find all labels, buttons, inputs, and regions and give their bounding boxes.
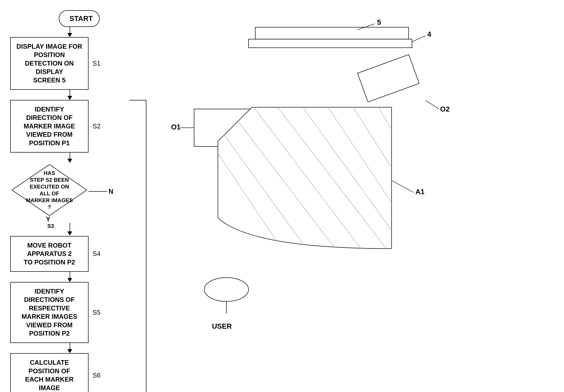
svg-line-4 [412, 36, 426, 42]
n-label: N [109, 188, 113, 195]
n-branch: N [89, 188, 113, 195]
flowchart: START DISPLAY IMAGE FOR POSITIONDETECTIO… [10, 10, 129, 392]
step-s1: DISPLAY IMAGE FOR POSITIONDETECTION ON D… [10, 37, 129, 90]
s4-label: S4 [93, 250, 100, 257]
svg-rect-17 [358, 55, 419, 102]
s4-text: MOVE ROBOT APPARATUS 2TO POSITION P2 [24, 242, 75, 266]
svg-line-16 [392, 181, 414, 192]
step-s4: MOVE ROBOT APPARATUS 2TO POSITION P2 S4 [10, 236, 129, 272]
page-container: START DISPLAY IMAGE FOR POSITIONDETECTIO… [0, 0, 564, 392]
start-terminal: START [59, 10, 100, 27]
s1-label: S1 [93, 60, 100, 67]
step-s3: HASSTEP S2 BEENEXECUTED ON ALL OFMARKER … [10, 163, 129, 217]
y-label: Y [46, 216, 50, 223]
svg-line-18 [426, 100, 439, 109]
step-s5: IDENTIFY DIRECTIONS OFRESPECTIVE MARKER … [10, 282, 129, 343]
s3-text: HASSTEP S2 BEENEXECUTED ON ALL OFMARKER … [26, 170, 73, 210]
label-o2: O2 [440, 105, 450, 113]
y-branch: Y S3 [42, 216, 54, 229]
label-a1: A1 [415, 188, 425, 196]
s2-loop-area: IDENTIFY DIRECTION OFMARKER IMAGE VIEWED… [10, 100, 129, 392]
s5-text: IDENTIFY DIRECTIONS OFRESPECTIVE MARKER … [21, 288, 77, 337]
step-s2: IDENTIFY DIRECTION OFMARKER IMAGE VIEWED… [10, 100, 129, 153]
s3-label: S3 [47, 223, 54, 229]
s2-label: S2 [93, 123, 100, 130]
s1-text: DISPLAY IMAGE FOR POSITIONDETECTION ON D… [16, 43, 82, 84]
s2-text: IDENTIFY DIRECTION OFMARKER IMAGE VIEWED… [24, 106, 75, 147]
s6-text: CALCULATE POSITION OFEACH MARKER IMAGE [25, 359, 74, 391]
svg-rect-2 [248, 39, 412, 48]
label-user: USER [212, 322, 232, 330]
label-o1: O1 [171, 123, 181, 131]
s5-label: S5 [93, 309, 100, 316]
diagram-svg: 5 4 O1 [170, 14, 528, 354]
s6-label: S6 [93, 372, 100, 379]
svg-rect-1 [255, 27, 409, 39]
label-5: 5 [377, 18, 381, 26]
svg-point-19 [204, 278, 248, 301]
step-s6: CALCULATE POSITION OFEACH MARKER IMAGE S… [10, 353, 129, 392]
label-4: 4 [427, 30, 431, 38]
diagram: 5 4 O1 [170, 14, 545, 371]
